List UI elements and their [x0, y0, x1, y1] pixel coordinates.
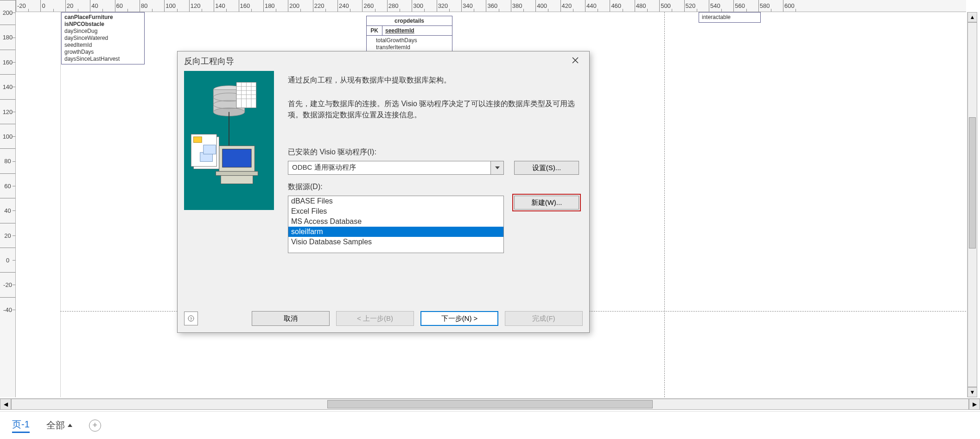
chevron-up-icon [68, 424, 72, 427]
svg-rect-21 [216, 172, 258, 176]
entity-field: transferItemId [376, 44, 449, 51]
hscroll-track[interactable] [11, 399, 969, 410]
finish-button: 完成(F) [505, 311, 583, 326]
datasource-listbox[interactable]: dBASE FilesExcel FilesMS Access Database… [288, 196, 504, 253]
ruler-h-tick: 260 [362, 0, 387, 12]
ruler-v-tick: -20 [0, 272, 15, 297]
entity-field: totalGrowthDays [376, 37, 449, 44]
vertical-scrollbar[interactable]: ▲ ▼ [967, 12, 977, 397]
entity-title: cropdetails [367, 16, 452, 26]
scroll-left-icon[interactable]: ◀ [0, 399, 11, 410]
add-page-button[interactable]: + [89, 420, 101, 432]
ruler-h-tick: 500 [659, 0, 684, 12]
tab-all-label: 全部 [46, 419, 65, 432]
svg-rect-22 [221, 176, 253, 184]
tab-all-pages[interactable]: 全部 [46, 419, 72, 432]
setup-button[interactable]: 设置(S)... [514, 161, 579, 175]
ruler-h-tick: 480 [635, 0, 659, 12]
ruler-h-tick: 160 [239, 0, 263, 12]
dialog-titlebar[interactable]: 反向工程向导 [178, 51, 589, 71]
entity-field: daysSinceLastHarvest [64, 56, 141, 63]
hscroll-thumb[interactable] [327, 400, 653, 408]
ruler-h-tick: 460 [610, 0, 634, 12]
cancel-button[interactable]: 取消 [252, 311, 330, 326]
close-icon[interactable] [568, 55, 583, 68]
entity-field: growthDays [64, 49, 141, 56]
horizontal-scrollbar[interactable]: ◀ ▶ [0, 398, 980, 409]
ruler-h-tick: 520 [684, 0, 709, 12]
ruler-h-tick: 440 [585, 0, 610, 12]
ruler-h-tick: 300 [412, 0, 436, 12]
driver-combobox[interactable]: ODBC 通用驱动程序 [288, 161, 504, 175]
ruler-h-tick: 340 [461, 0, 486, 12]
ruler-h-tick: 0 [40, 0, 65, 12]
vscroll-track[interactable] [967, 22, 977, 387]
ruler-v-tick: 20 [0, 223, 15, 248]
ruler-h-tick: 40 [90, 0, 115, 12]
svg-rect-18 [204, 145, 216, 154]
ruler-h-tick: 540 [709, 0, 733, 12]
ruler-h-tick: 80 [140, 0, 164, 12]
pk-label: PK [367, 26, 382, 35]
entity-box-1[interactable]: canPlaceFurnitureisNPCObstacledaySinceDu… [61, 12, 145, 64]
ruler-h-tick: 180 [263, 0, 288, 12]
entity-field: interactable [702, 14, 757, 21]
ruler-v-tick: 0 [0, 248, 15, 272]
ruler-h-tick: 400 [535, 0, 560, 12]
ruler-v-tick: 140 [0, 74, 15, 99]
datasource-label: 数据源(D): [288, 182, 579, 192]
pk-field: seedItemId [382, 26, 452, 35]
ruler-h-tick: 360 [486, 0, 510, 12]
page-tabs: 页-1 全部 + [0, 411, 980, 439]
scroll-right-icon[interactable]: ▶ [969, 399, 980, 410]
ruler-v-tick: -40 [0, 297, 15, 322]
ruler-h-tick: -20 [16, 0, 40, 12]
reverse-engineer-wizard-dialog: 反向工程向导 [177, 51, 590, 333]
back-button: < 上一步(B) [336, 311, 414, 326]
vertical-ruler: 200180160140120100806040200-20-40 [0, 0, 16, 397]
datasource-option[interactable]: soleilfarm [288, 227, 503, 237]
ruler-h-tick: 200 [288, 0, 312, 12]
datasource-option[interactable]: Visio Database Samples [288, 237, 503, 247]
ruler-v-tick: 180 [0, 25, 15, 49]
ruler-h-tick: 600 [783, 0, 808, 12]
next-button[interactable]: 下一步(N) > [420, 311, 498, 326]
entity-field: seedItemId [64, 42, 141, 49]
svg-text:?: ? [190, 317, 192, 321]
ruler-v-tick: 120 [0, 99, 15, 124]
driver-value: ODBC 通用驱动程序 [288, 161, 490, 174]
scroll-up-icon[interactable]: ▲ [967, 12, 977, 22]
ruler-h-tick: 100 [164, 0, 189, 12]
ruler-h-tick: 140 [214, 0, 238, 12]
ruler-v-tick: 100 [0, 124, 15, 148]
ruler-h-tick: 60 [115, 0, 140, 12]
tab-page-1[interactable]: 页-1 [12, 418, 30, 433]
ruler-v-tick: 200 [0, 0, 15, 25]
datasource-option[interactable]: Excel Files [288, 206, 503, 216]
ruler-v-tick: 80 [0, 148, 15, 173]
wizard-instruction-text: 首先，建立与数据库的连接。所选 Visio 驱动程序决定了可以连接的数据库类型及… [288, 98, 579, 121]
ruler-v-tick: 60 [0, 173, 15, 198]
new-button[interactable]: 新建(W)... [514, 196, 579, 210]
wizard-graphic [184, 71, 274, 210]
ruler-h-tick: 280 [387, 0, 412, 12]
help-button[interactable]: ? [184, 312, 198, 325]
ruler-h-tick: 20 [65, 0, 90, 12]
driver-label: 已安装的 Visio 驱动程序(I): [288, 147, 579, 157]
entity-box-3[interactable]: interactable [699, 12, 761, 23]
wizard-intro-text: 通过反向工程，从现有数据库中提取数据库架构。 [288, 76, 579, 85]
datasource-option[interactable]: dBASE Files [288, 196, 503, 206]
entity-field: canPlaceFurniture [64, 14, 141, 21]
ruler-h-tick: 420 [560, 0, 585, 12]
ruler-h-tick: 580 [758, 0, 783, 12]
page-edge-left [60, 12, 61, 397]
chevron-down-icon[interactable] [490, 161, 503, 174]
scroll-down-icon[interactable]: ▼ [967, 387, 977, 397]
vscroll-thumb[interactable] [969, 117, 976, 248]
datasource-option[interactable]: MS Access Database [288, 216, 503, 227]
page-edge-right [664, 12, 665, 397]
dialog-title-text: 反向工程向导 [184, 56, 234, 67]
horizontal-ruler: -200204060801001201401601802002202402602… [16, 0, 966, 12]
svg-rect-16 [193, 137, 202, 142]
ruler-v-tick: 40 [0, 198, 15, 223]
